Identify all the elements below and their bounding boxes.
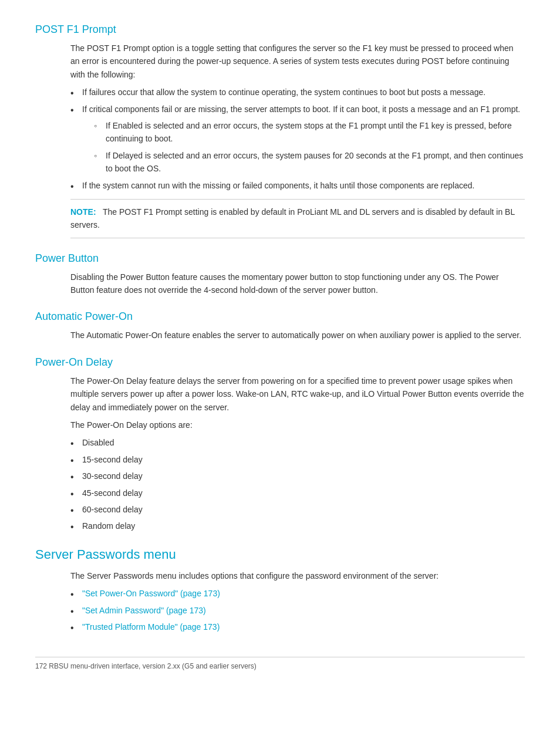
list-item: 15-second delay [70, 453, 525, 466]
note-label: NOTE: [70, 207, 96, 217]
sub-list: If Enabled is selected and an error occu… [94, 119, 525, 175]
post-f1-prompt-list: If failures occur that allow the system … [70, 86, 525, 192]
list-item: If critical components fail or are missi… [70, 103, 525, 175]
list-item: 30-second delay [70, 470, 525, 482]
power-on-delay-body: The Power-On Delay feature delays the se… [70, 374, 525, 533]
list-item: "Trusted Platform Module" (page 173) [70, 620, 525, 633]
post-f1-prompt-body: The POST F1 Prompt option is a toggle se… [70, 42, 525, 238]
page-footer: 172 RBSU menu-driven interface, version … [35, 657, 525, 670]
power-button-section: Power Button Disabling the Power Button … [35, 252, 525, 297]
post-f1-prompt-title: POST F1 Prompt [35, 23, 525, 36]
automatic-power-on-title: Automatic Power-On [35, 310, 525, 323]
server-passwords-body: The Server Passwords menu includes optio… [70, 569, 525, 634]
post-f1-note-box: NOTE: The POST F1 Prompt setting is enab… [70, 199, 525, 238]
post-f1-prompt-intro: The POST F1 Prompt option is a toggle se… [70, 42, 525, 81]
power-on-delay-section: Power-On Delay The Power-On Delay featur… [35, 356, 525, 533]
list-item: 60-second delay [70, 503, 525, 516]
set-power-on-password-link[interactable]: "Set Power-On Password" (page 173) [82, 589, 220, 598]
power-on-delay-list: Disabled 15-second delay 30-second delay… [70, 436, 525, 532]
note-text: The POST F1 Prompt setting is enabled by… [70, 207, 515, 229]
server-passwords-section: Server Passwords menu The Server Passwor… [35, 547, 525, 634]
list-item: 45-second delay [70, 487, 525, 499]
post-f1-prompt-section: POST F1 Prompt The POST F1 Prompt option… [35, 23, 525, 238]
power-on-delay-text1: The Power-On Delay feature delays the se… [70, 374, 525, 414]
automatic-power-on-section: Automatic Power-On The Automatic Power-O… [35, 310, 525, 342]
server-passwords-text: The Server Passwords menu includes optio… [70, 569, 525, 582]
set-admin-password-link[interactable]: "Set Admin Password" (page 173) [82, 606, 206, 615]
power-on-delay-title: Power-On Delay [35, 356, 525, 369]
trusted-platform-module-link[interactable]: "Trusted Platform Module" (page 173) [82, 622, 220, 632]
list-item: "Set Admin Password" (page 173) [70, 604, 525, 617]
sub-list-item: If Enabled is selected and an error occu… [94, 119, 525, 146]
power-button-title: Power Button [35, 252, 525, 265]
list-item: Disabled [70, 436, 525, 449]
server-passwords-list: "Set Power-On Password" (page 173) "Set … [70, 587, 525, 633]
power-on-delay-text2: The Power-On Delay options are: [70, 418, 525, 431]
list-item: Random delay [70, 519, 525, 532]
power-button-text: Disabling the Power Button feature cause… [70, 271, 525, 297]
automatic-power-on-text: The Automatic Power-On feature enables t… [70, 329, 525, 342]
sub-list-item: If Delayed is selected and an error occu… [94, 149, 525, 175]
list-item: If failures occur that allow the system … [70, 86, 525, 99]
automatic-power-on-body: The Automatic Power-On feature enables t… [70, 329, 525, 342]
footer-text: 172 RBSU menu-driven interface, version … [35, 662, 257, 670]
list-item: "Set Power-On Password" (page 173) [70, 587, 525, 600]
list-item: If the system cannot run with the missin… [70, 179, 525, 192]
server-passwords-title: Server Passwords menu [35, 547, 525, 562]
power-button-body: Disabling the Power Button feature cause… [70, 271, 525, 297]
